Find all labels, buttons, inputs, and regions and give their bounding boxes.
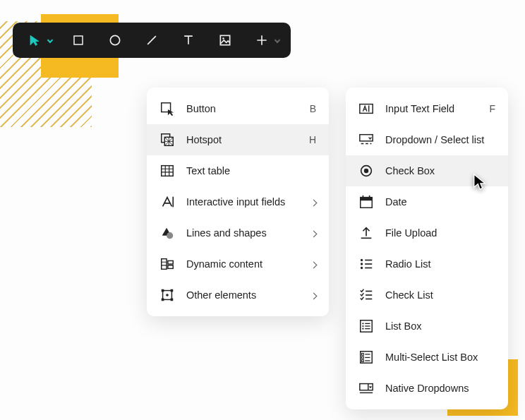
svg-rect-11 — [162, 259, 167, 270]
image-tool[interactable] — [215, 30, 236, 51]
other-icon — [159, 287, 175, 303]
menu-item-dropdown[interactable]: Dropdown / Select list — [346, 124, 508, 155]
menu-label: Native Dropdowns — [385, 383, 495, 394]
menu-item-native-dropdowns[interactable]: Native Dropdowns — [346, 373, 508, 404]
line-icon — [145, 33, 159, 47]
svg-rect-8 — [162, 166, 174, 176]
input-icon — [159, 194, 175, 210]
add-tool[interactable] — [251, 30, 279, 51]
input-fields-submenu: Input Text Field F Dropdown / Select lis… — [346, 88, 508, 409]
rectangle-tool[interactable] — [68, 30, 89, 51]
text-field-icon — [358, 101, 374, 116]
menu-item-check-list[interactable]: Check List — [346, 280, 508, 311]
menu-shortcut: F — [489, 103, 495, 114]
menu-label: Other elements — [186, 289, 300, 301]
svg-rect-13 — [168, 265, 173, 269]
dynamic-icon — [159, 256, 175, 272]
menu-label: Text table — [186, 165, 316, 176]
menu-label: Lines and shapes — [186, 227, 300, 239]
menu-label: File Upload — [385, 227, 495, 239]
menu-item-button[interactable]: Button B — [147, 93, 329, 124]
radio-list-icon — [358, 256, 374, 272]
svg-line-2 — [147, 36, 156, 44]
svg-rect-49 — [362, 360, 364, 362]
menu-label: Hotspot — [186, 134, 298, 145]
menu-item-text-table[interactable]: Text table — [147, 155, 329, 186]
menu-shortcut: H — [309, 134, 316, 145]
menu-item-multi-select[interactable]: Multi-Select List Box — [346, 342, 508, 373]
menu-item-other-elements[interactable]: Other elements — [147, 280, 329, 311]
menu-shortcut: B — [310, 103, 316, 114]
menu-item-file-upload[interactable]: File Upload — [346, 217, 508, 248]
line-tool[interactable] — [141, 30, 162, 51]
chevron-right-icon — [311, 196, 316, 208]
date-icon — [358, 194, 374, 210]
chevron-right-icon — [311, 227, 316, 239]
chevron-down-icon — [274, 37, 280, 43]
hotspot-icon — [159, 132, 175, 148]
menu-item-hotspot[interactable]: Hotspot H — [147, 124, 329, 155]
multi-list-icon — [358, 349, 374, 365]
menu-label: Dropdown / Select list — [385, 134, 495, 145]
menu-label: List Box — [385, 320, 495, 332]
upload-icon — [358, 225, 374, 241]
pointer-tool[interactable] — [24, 30, 52, 51]
list-box-icon — [358, 318, 374, 334]
svg-point-30 — [361, 259, 363, 261]
text-tool[interactable] — [178, 30, 199, 51]
mouse-cursor — [472, 173, 488, 194]
menu-item-list-box[interactable]: List Box — [346, 311, 508, 342]
chevron-right-icon — [311, 258, 316, 270]
svg-point-1 — [110, 35, 119, 44]
circle-icon — [108, 33, 122, 47]
svg-rect-0 — [74, 36, 83, 44]
image-icon — [218, 33, 232, 47]
svg-point-31 — [361, 263, 363, 265]
menu-item-input-text-field[interactable]: Input Text Field F — [346, 93, 508, 124]
svg-point-32 — [361, 267, 363, 269]
menu-label: Multi-Select List Box — [385, 352, 495, 363]
menu-label: Check List — [385, 289, 495, 301]
circle-tool[interactable] — [104, 30, 126, 51]
svg-rect-47 — [362, 354, 364, 356]
svg-point-19 — [166, 294, 169, 296]
chevron-right-icon — [311, 289, 316, 301]
menu-item-lines-shapes[interactable]: Lines and shapes — [147, 217, 329, 248]
menu-label: Button — [186, 103, 298, 114]
menu-item-interactive-input[interactable]: Interactive input fields — [147, 186, 329, 217]
svg-point-42 — [362, 328, 363, 330]
plus-icon — [255, 33, 269, 47]
radio-icon — [358, 163, 374, 179]
menu-label: Radio List — [385, 258, 495, 270]
menu-item-radio-list[interactable]: Radio List — [346, 248, 508, 280]
svg-point-41 — [362, 325, 363, 327]
elements-menu: Button B Hotspot H Text table Interactiv… — [147, 88, 329, 316]
toolbar — [13, 23, 291, 58]
svg-point-24 — [364, 169, 368, 173]
chevron-down-icon — [47, 37, 53, 43]
svg-rect-3 — [220, 35, 229, 44]
menu-item-dynamic-content[interactable]: Dynamic content — [147, 248, 329, 280]
svg-rect-48 — [362, 356, 364, 359]
native-dd-icon — [358, 380, 374, 396]
dropdown-icon — [358, 132, 374, 148]
menu-label: Dynamic content — [186, 258, 300, 270]
shapes-icon — [159, 225, 175, 241]
button-icon — [159, 101, 175, 116]
svg-rect-26 — [361, 198, 373, 201]
check-list-icon — [358, 287, 374, 303]
table-icon — [159, 163, 175, 179]
text-icon — [181, 33, 195, 47]
svg-rect-12 — [168, 260, 173, 264]
rectangle-icon — [72, 34, 85, 47]
menu-label: Date — [385, 196, 495, 208]
svg-point-10 — [167, 232, 173, 239]
menu-label: Interactive input fields — [186, 196, 300, 208]
pointer-icon — [28, 34, 41, 47]
svg-point-4 — [222, 37, 224, 40]
menu-label: Input Text Field — [385, 103, 478, 114]
svg-point-40 — [362, 323, 363, 324]
